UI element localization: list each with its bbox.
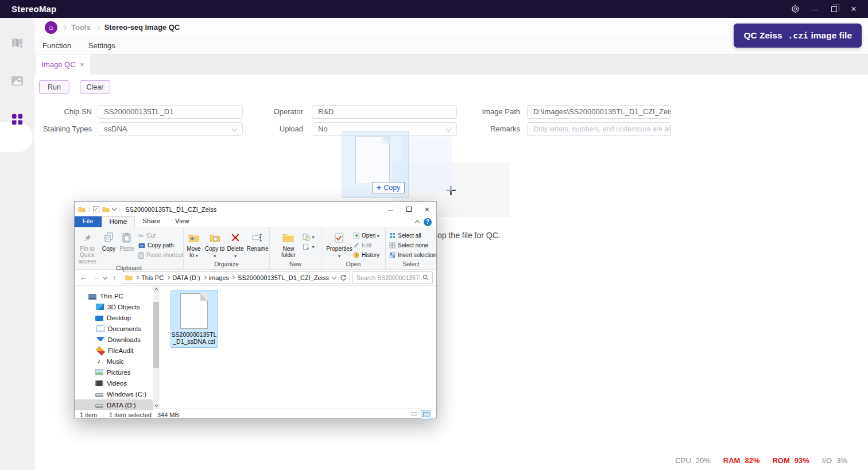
easy-access-button[interactable] <box>303 242 314 251</box>
run-button[interactable]: Run <box>39 80 69 94</box>
new-item-button[interactable] <box>303 232 314 241</box>
customize-qat-icon[interactable] <box>111 206 116 211</box>
settings-gear-icon[interactable] <box>785 0 805 18</box>
nav-item-music[interactable]: Music <box>75 356 153 367</box>
select-all-button[interactable]: Select all <box>389 231 436 240</box>
scroll-up-icon[interactable] <box>153 286 160 293</box>
crumb-this-pc[interactable]: This PC <box>141 274 164 281</box>
forward-button[interactable]: → <box>91 273 101 282</box>
delete-button[interactable]: Delete <box>226 230 245 259</box>
explorer-menu-home[interactable]: Home <box>102 216 135 227</box>
file-item-selected[interactable]: SS200000135TL_D1_ssDNA.czi <box>170 290 218 348</box>
nav-item-documents[interactable]: Documents <box>75 323 153 334</box>
nav-item-desktop[interactable]: Desktop <box>75 312 153 323</box>
view-toggles <box>409 410 431 419</box>
paste-shortcut-button[interactable]: Paste shortcut <box>138 251 183 259</box>
nav-item-fileaudit[interactable]: FileAudit <box>75 345 153 356</box>
help-icon[interactable] <box>424 218 432 226</box>
nav-item-this-pc[interactable]: This PC <box>75 290 153 301</box>
explorer-maximize-button[interactable] <box>400 202 418 216</box>
crumb-images[interactable]: images <box>209 274 229 281</box>
collapse-ribbon-icon[interactable] <box>415 220 420 225</box>
move-to-button[interactable]: Move to <box>184 230 204 259</box>
menu-settings[interactable]: Settings <box>85 40 119 52</box>
minimize-button[interactable] <box>805 0 824 18</box>
address-breadcrumb-box[interactable]: This PC DATA (D:) images SS200000135TL_D… <box>122 271 350 283</box>
staining-types-select[interactable]: ssDNA <box>98 122 243 136</box>
chip-sn-input[interactable]: SS200000135TL_D1 <box>98 105 243 119</box>
copy-button[interactable]: Copy <box>100 230 118 252</box>
details-view-button[interactable] <box>409 410 419 419</box>
tab-close-icon[interactable]: × <box>80 61 84 69</box>
cut-button[interactable]: Cut <box>138 231 183 240</box>
new-folder-icon[interactable] <box>102 206 110 212</box>
sidebar-item-map[interactable] <box>11 37 24 49</box>
remarks-input[interactable]: Only letters, numbers, and underscore ar… <box>527 122 671 136</box>
nav-item-data-d[interactable]: DATA (D:) <box>75 399 153 410</box>
pin-to-quick-access-button[interactable]: Pin to Quick access <box>75 230 100 265</box>
sidebar-item-gallery[interactable] <box>11 76 24 86</box>
refresh-icon[interactable] <box>340 274 347 281</box>
breadcrumb-tools[interactable]: Tools <box>71 23 91 32</box>
properties-button[interactable]: Properties <box>327 230 351 259</box>
restore-button[interactable] <box>824 0 844 18</box>
crumb-current-folder[interactable]: SS200000135TL_D1_CZI_Zeiss <box>238 274 329 281</box>
operator-input[interactable]: R&D <box>312 105 457 119</box>
menu-function[interactable]: Function <box>39 40 75 52</box>
thumbnails-view-button[interactable] <box>421 410 431 419</box>
edit-button[interactable]: Edit <box>353 241 379 250</box>
explorer-file-area[interactable]: SS200000135TL_D1_ssDNA.czi <box>160 286 436 409</box>
home-icon[interactable] <box>45 21 57 34</box>
address-dropdown-icon[interactable] <box>332 274 336 279</box>
back-button[interactable]: ← <box>78 273 88 282</box>
clear-button[interactable]: Clear <box>80 80 110 94</box>
app-title: StereoMap <box>0 4 57 14</box>
scrollbar-thumb[interactable] <box>153 302 159 368</box>
nav-item-windows-c[interactable]: Windows (C:) <box>75 389 153 399</box>
copy-path-button[interactable]: Copy path <box>138 241 183 250</box>
recent-locations-icon[interactable] <box>103 274 107 279</box>
badge-code: .czi <box>788 31 808 40</box>
invert-selection-button[interactable]: Invert selection <box>389 251 436 259</box>
properties-check-icon[interactable] <box>93 206 99 212</box>
file-name: SS200000135TL_D1_ssDNA.czi <box>171 331 217 345</box>
nav-item-pictures[interactable]: Pictures <box>75 367 153 378</box>
explorer-menu-view[interactable]: View <box>168 216 197 227</box>
explorer-menu-file[interactable]: File <box>75 216 102 227</box>
invert-selection-icon <box>389 252 396 258</box>
videos-icon <box>95 380 103 386</box>
copy-to-button[interactable]: Copy to <box>205 230 225 259</box>
explorer-window-title: SS200000135TL_D1_CZI_Zeiss <box>125 206 216 213</box>
nav-item-downloads[interactable]: Downloads <box>75 334 153 345</box>
history-button[interactable]: History <box>353 251 379 259</box>
explorer-minimize-button[interactable] <box>381 202 400 216</box>
explorer-close-button[interactable] <box>418 202 436 216</box>
nav-scrollbar[interactable] <box>153 286 160 409</box>
chevron-icon <box>203 275 207 279</box>
image-path-input[interactable]: D:\images\SS200000135TL_D1_CZI_Zeiss\SS2 <box>527 105 671 119</box>
tab-image-qc[interactable]: Image QC × <box>36 55 90 75</box>
nav-item-3d-objects[interactable]: 3D Objects <box>75 301 153 312</box>
up-button[interactable]: ↑ <box>109 273 119 282</box>
separator: | <box>119 206 121 212</box>
system-status-bar: CPU20% RAM82% ROM93% I/O3% <box>675 456 847 465</box>
copy-to-icon <box>207 231 222 244</box>
easy-access-icon <box>303 243 309 250</box>
selected-count: 1 item selected <box>109 411 152 418</box>
close-button[interactable] <box>844 0 863 18</box>
select-none-button[interactable]: Select none <box>389 241 436 250</box>
explorer-titlebar[interactable]: | | SS200000135TL_D1_CZI_Zeiss <box>75 202 436 216</box>
open-button[interactable]: Open <box>353 231 379 240</box>
rename-button[interactable]: Rename <box>246 230 269 252</box>
explorer-search-box[interactable]: Search SS200000135TL... <box>352 271 433 283</box>
explorer-menu-share[interactable]: Share <box>135 216 168 227</box>
new-folder-button[interactable]: New folder <box>276 230 300 258</box>
move-to-icon <box>186 231 201 244</box>
scroll-down-icon[interactable] <box>153 402 160 409</box>
documents-icon <box>96 325 104 332</box>
crumb-data-d[interactable]: DATA (D:) <box>172 274 200 281</box>
ribbon-group-select: Select all Select none Invert selection … <box>386 227 436 269</box>
paste-button[interactable]: Paste <box>118 230 136 252</box>
sidebar-item-apps-active[interactable] <box>11 113 24 126</box>
nav-item-videos[interactable]: Videos <box>75 378 153 389</box>
